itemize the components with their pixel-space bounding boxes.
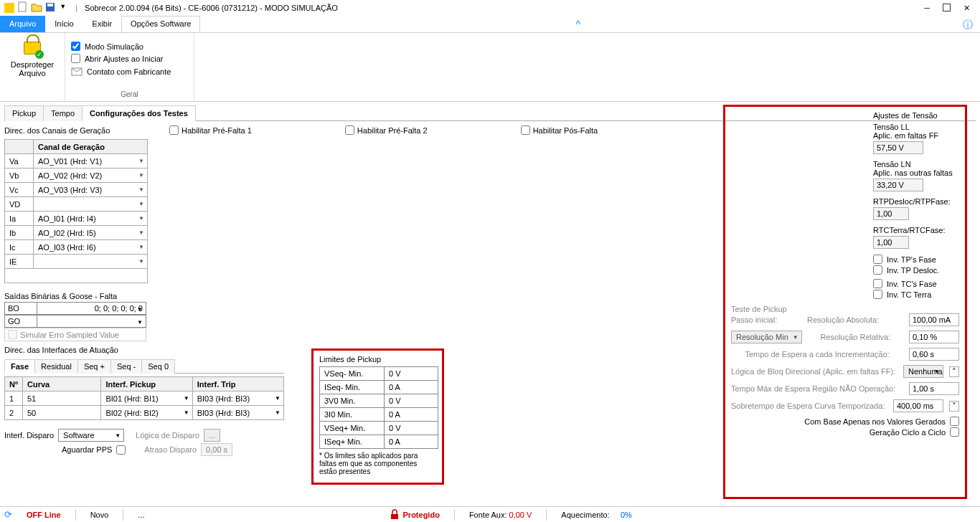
phase-tab-fase[interactable]: Fase xyxy=(4,359,35,374)
svg-rect-2 xyxy=(47,4,53,6)
phase-tab-seqminus[interactable]: Seq - xyxy=(110,359,142,374)
subtab-config-testes[interactable]: Configurações dos Testes xyxy=(82,105,196,121)
save-icon[interactable] xyxy=(44,1,56,13)
tempo-max-field[interactable]: 1,00 s xyxy=(909,382,959,395)
desproteger-arquivo-button[interactable]: ✓ Desproteger Arquivo xyxy=(6,36,59,79)
interf-disparo-select[interactable]: Software xyxy=(58,429,124,442)
com-base-check[interactable] xyxy=(950,417,959,426)
unlock-icon: ✓ xyxy=(21,36,44,59)
svg-rect-4 xyxy=(391,514,398,519)
inv-tp-fase-check[interactable] xyxy=(873,255,882,264)
habilitar-pre2-check[interactable]: Habilitar Pré-Falta 2 xyxy=(345,125,428,135)
status-novo: Novo xyxy=(90,511,109,519)
svg-rect-0 xyxy=(19,2,26,11)
gen-channel-table[interactable]: Canal de Geração VaAO_V01 (Hrd: V1) VbAO… xyxy=(4,139,148,283)
open-folder-icon[interactable] xyxy=(31,1,42,13)
rtpd-field[interactable]: 1,00 xyxy=(873,207,909,220)
tab-exibir[interactable]: Exibir xyxy=(83,16,122,32)
limites-pickup-box: Limites de Pickup VSeq- Min.0 V ISeq- Mi… xyxy=(311,348,444,485)
status-dots: ... xyxy=(138,511,144,519)
fonte-aux-label: Fonte Aux: 0,00 V xyxy=(469,511,532,519)
inv-tc-terra-check[interactable] xyxy=(873,290,882,299)
habilitar-pos-check[interactable]: Habilitar Pós-Falta xyxy=(521,125,598,135)
simular-erro-check: Simular Erro Sampled Value xyxy=(4,328,146,341)
logica-disparo-button: ... xyxy=(204,429,220,442)
status-protegido: Protegido xyxy=(389,509,440,521)
status-bar: ⟳ OFF Line Novo ... Protegido Fonte Aux:… xyxy=(0,506,980,522)
phase-tab-seq0[interactable]: Seq 0 xyxy=(141,359,175,374)
aquecimento-label: Aquecimento: 0% xyxy=(561,511,631,519)
habilitar-pre1-check[interactable]: Habilitar Pré-Falta 1 xyxy=(169,125,252,135)
lock-icon xyxy=(389,509,400,521)
scroll-down-icon[interactable]: ˅ xyxy=(949,401,959,412)
modo-simulacao-check[interactable]: Modo Simulação xyxy=(71,40,188,52)
maximize-button[interactable] xyxy=(943,4,951,11)
close-button[interactable]: ✕ xyxy=(963,4,970,13)
sobretempo-field[interactable]: 400,00 ms xyxy=(893,399,943,412)
title-bar: ▼ | Sobrecor 2.00.094 (64 Bits) - CE-600… xyxy=(0,0,980,16)
tab-opcoes-software[interactable]: Opções Software xyxy=(121,16,200,32)
ribbon-body: ✓ Desproteger Arquivo Modo Simulação Abr… xyxy=(0,33,980,102)
scroll-up-icon[interactable]: ˄ xyxy=(949,366,959,377)
abrir-ajustes-check[interactable]: Abrir Ajustes ao Iniciar xyxy=(71,52,188,65)
curve-table[interactable]: NºCurvaInterf. PickupInterf. Trip 151BI0… xyxy=(4,376,284,420)
status-offline: OFF Line xyxy=(27,511,61,519)
collapse-ribbon-icon[interactable]: ^ xyxy=(568,16,588,32)
tab-inicio[interactable]: Início xyxy=(45,16,83,32)
ajustes-tensao-box: Ajustes de Tensão Tensão LL Aplic. em fa… xyxy=(723,105,967,499)
geracao-ciclo-check[interactable] xyxy=(950,427,959,437)
go-select[interactable] xyxy=(37,315,146,328)
new-file-icon[interactable] xyxy=(17,1,29,13)
tensao-ll-field[interactable]: 57,50 V xyxy=(873,141,923,154)
aguardar-pps-check[interactable] xyxy=(116,445,126,455)
group-caption-geral: Geral xyxy=(71,90,188,98)
res-relativa-field[interactable]: 0,10 % xyxy=(909,331,959,343)
ribbon-tabs: Arquivo Início Exibir Opções Software ^ … xyxy=(0,16,980,33)
logica-bloq-select[interactable]: Nenhuma xyxy=(903,365,943,378)
window-title: Sobrecor 2.00.094 (64 Bits) - CE-6006 (0… xyxy=(85,4,338,12)
sync-icon[interactable]: ⟳ xyxy=(4,509,12,520)
dropdown-icon[interactable]: ▼ xyxy=(60,3,71,14)
interf-disparo-label: Interf. Disparo xyxy=(4,431,54,440)
res-absoluta-field[interactable]: 100,00 mA xyxy=(909,313,959,326)
quick-access[interactable]: ▼ xyxy=(17,1,72,15)
mail-icon xyxy=(71,66,83,77)
direc-canais-label: Direc. dos Canais de Geração xyxy=(4,126,155,135)
help-icon[interactable]: ⓘ xyxy=(956,16,980,32)
contato-fabricante-button[interactable]: Contato com Fabricante xyxy=(71,65,188,79)
subtab-tempo[interactable]: Tempo xyxy=(43,105,83,121)
workspace: Pickup Tempo Configurações dos Testes Di… xyxy=(0,102,980,506)
tab-arquivo[interactable]: Arquivo xyxy=(0,16,45,32)
subtab-pickup[interactable]: Pickup xyxy=(4,105,44,121)
inv-tc-fase-check[interactable] xyxy=(873,279,882,288)
app-icon xyxy=(4,3,14,13)
atraso-disparo-field: 0,00 s xyxy=(201,443,232,456)
rtc-field[interactable]: 1,00 xyxy=(873,236,909,249)
tempo-espera-field[interactable]: 0,60 s xyxy=(909,348,959,361)
resolucao-min-select[interactable]: Resolução Min xyxy=(731,331,802,343)
phase-tab-seqplus[interactable]: Seq + xyxy=(77,359,111,374)
inv-tp-desloc-check[interactable] xyxy=(873,265,882,275)
phase-tab-residual[interactable]: Residual xyxy=(34,359,78,374)
tensao-ln-field[interactable]: 33,20 V xyxy=(873,179,923,191)
minimize-button[interactable]: ─ xyxy=(924,4,930,13)
bo-select[interactable]: 0; 0; 0; 0; 0; 0 xyxy=(37,302,146,315)
